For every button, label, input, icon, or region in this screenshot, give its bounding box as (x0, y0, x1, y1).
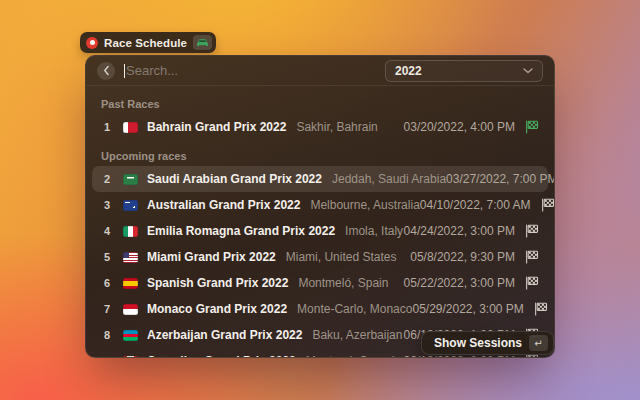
race-location: Miami, United States (286, 250, 397, 264)
race-list: Past Races 1 Bahrain Grand Prix 2022 Sak… (86, 86, 554, 358)
back-button[interactable] (97, 62, 115, 80)
section-header-past: Past Races (101, 97, 539, 111)
checkered-flag-icon (525, 224, 539, 238)
race-datetime: 05/22/2022, 3:00 PM (404, 276, 515, 290)
car-icon (193, 35, 212, 50)
country-flag-icon (123, 200, 138, 211)
race-location: Baku, Azerbaijan (312, 328, 402, 342)
country-flag-icon (123, 356, 138, 359)
show-sessions-label: Show Sessions (434, 336, 522, 350)
race-schedule-extension-icon (86, 37, 98, 49)
country-flag-icon (123, 278, 138, 289)
race-index: 3 (101, 199, 113, 211)
country-flag-icon (123, 174, 138, 185)
race-location: Montreal, Canada (306, 354, 401, 358)
race-location: Montmeló, Spain (298, 276, 388, 290)
checkered-flag-icon (525, 120, 539, 134)
checkered-flag-icon (541, 198, 555, 212)
race-location: Melbourne, Australia (310, 198, 419, 212)
search-input[interactable] (124, 63, 376, 78)
race-datetime: 03/20/2022, 4:00 PM (404, 120, 515, 134)
race-location: Imola, Italy (345, 224, 403, 238)
race-datetime: 05/29/2022, 3:00 PM (412, 302, 523, 316)
country-flag-icon (123, 252, 138, 263)
country-flag-icon (123, 330, 138, 341)
checkered-flag-icon (525, 250, 539, 264)
race-location: Monte-Carlo, Monaco (297, 302, 412, 316)
race-index: 5 (101, 251, 113, 263)
race-datetime: 03/27/2022, 7:00 PM (446, 172, 555, 186)
race-index: 6 (101, 277, 113, 289)
race-title: Australian Grand Prix 2022 (147, 198, 300, 212)
race-row-saudi-arabia[interactable]: 2 Saudi Arabian Grand Prix 2022 Jeddah, … (92, 166, 548, 192)
text-caret (124, 64, 125, 78)
race-index: 9 (101, 355, 113, 358)
country-flag-icon (123, 304, 138, 315)
section-header-upcoming: Upcoming races (101, 149, 539, 163)
race-datetime: 05/8/2022, 9:30 PM (410, 250, 515, 264)
checkered-flag-icon (525, 276, 539, 290)
race-index: 1 (101, 121, 113, 133)
race-datetime: 04/24/2022, 3:00 PM (404, 224, 515, 238)
year-dropdown-value: 2022 (395, 64, 422, 78)
launcher-window: 2022 Past Races 1 Bahrain Grand Prix 202… (85, 55, 555, 358)
race-title: Spanish Grand Prix 2022 (147, 276, 288, 290)
race-index: 4 (101, 225, 113, 237)
search-bar: 2022 (86, 56, 554, 86)
race-title: Canadian Grand Prix 2022 (147, 354, 296, 358)
race-title: Monaco Grand Prix 2022 (147, 302, 287, 316)
enter-key-icon: ↵ (529, 335, 548, 351)
race-row-spain[interactable]: 6 Spanish Grand Prix 2022 Montmeló, Spai… (92, 270, 548, 296)
chevron-down-icon (523, 68, 533, 74)
race-location: Sakhir, Bahrain (296, 120, 377, 134)
race-title: Emilia Romagna Grand Prix 2022 (147, 224, 335, 238)
chevron-left-icon (103, 65, 110, 76)
country-flag-icon (123, 122, 138, 133)
race-row-australia[interactable]: 3 Australian Grand Prix 2022 Melbourne, … (92, 192, 548, 218)
race-row-bahrain[interactable]: 1 Bahrain Grand Prix 2022 Sakhir, Bahrai… (92, 114, 548, 140)
country-flag-icon (123, 226, 138, 237)
race-row-monaco[interactable]: 7 Monaco Grand Prix 2022 Monte-Carlo, Mo… (92, 296, 548, 322)
race-index: 8 (101, 329, 113, 341)
race-index: 2 (101, 173, 113, 185)
year-dropdown[interactable]: 2022 (385, 60, 543, 82)
race-datetime: 04/10/2022, 7:00 AM (420, 198, 531, 212)
checkered-flag-icon (534, 302, 548, 316)
show-sessions-button[interactable]: Show Sessions ↵ (421, 331, 554, 355)
app-tag[interactable]: Race Schedule (80, 32, 216, 53)
race-index: 7 (101, 303, 113, 315)
race-title: Miami Grand Prix 2022 (147, 250, 276, 264)
race-title: Saudi Arabian Grand Prix 2022 (147, 172, 322, 186)
app-tag-label: Race Schedule (104, 37, 187, 49)
race-row-miami[interactable]: 5 Miami Grand Prix 2022 Miami, United St… (92, 244, 548, 270)
race-title: Bahrain Grand Prix 2022 (147, 120, 286, 134)
race-title: Azerbaijan Grand Prix 2022 (147, 328, 302, 342)
race-location: Jeddah, Saudi Arabia (332, 172, 446, 186)
race-row-emilia-romagna[interactable]: 4 Emilia Romagna Grand Prix 2022 Imola, … (92, 218, 548, 244)
